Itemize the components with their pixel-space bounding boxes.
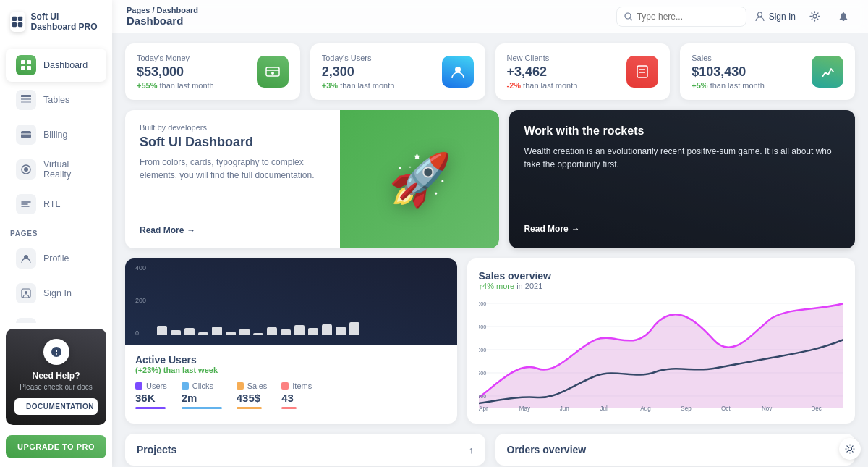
sidebar-item-billing[interactable]: Billing [6,118,106,151]
settings-button[interactable] [804,7,825,27]
metric-label: Items [281,382,312,390]
settings-gear-button[interactable] [839,438,861,460]
logo-icon [10,12,25,32]
bar [322,324,332,335]
projects-title: Projects [137,444,176,455]
metric-dot [182,382,189,390]
content-area: Today's Money $53,000 +55% than last mon… [112,33,868,467]
bar [308,328,318,335]
sidebar-item-signin[interactable]: Sign In [6,277,106,310]
billing-label: Billing [43,130,67,140]
bar-chart-area: 400 200 0 [125,258,457,345]
gear-icon [809,11,820,22]
stat-card-clients: New Clients +3,462 -2% than last month [495,43,671,100]
projects-sort-icon[interactable]: ↑ [469,445,474,455]
svg-rect-7 [27,66,31,70]
bar [267,327,277,335]
stat-value-money: $53,000 [137,64,214,80]
svg-text:Oct: Oct [721,405,731,412]
documentation-button[interactable]: DOCUMENTATION [14,398,98,415]
bar [349,322,359,335]
metric-label: Clicks [182,382,222,390]
sales-subtitle: ↑4% more in 2021 [479,282,843,290]
dashboard-label: Dashboard [43,60,88,70]
svg-text:200: 200 [479,370,486,376]
upgrade-button[interactable]: UPGRADE TO PRO [6,435,106,458]
tables-label: Tables [43,95,69,105]
svg-text:400: 400 [479,324,486,330]
svg-rect-1 [18,17,22,21]
svg-rect-5 [27,60,31,64]
notifications-button[interactable] [833,7,854,27]
sales-svg: Apr May Jun Jul Aug Sep Oct Nov Dec 500 … [479,296,843,412]
svg-text:Aug: Aug [640,405,651,412]
stat-change-sales: +5% than last month [692,81,765,90]
help-title: Need Help? [14,371,98,381]
signin-icon [16,283,36,303]
metric-value: 2m [182,392,222,404]
info-desc: From colors, cards, typography to comple… [140,156,328,182]
breadcrumb-current: Dashboard [157,6,198,14]
tables-icon [16,90,36,110]
svg-point-20 [757,12,762,17]
metric-value: 36K [135,392,167,404]
metric-item: Users 36K [135,382,167,409]
vr-label: Virtual Reality [43,159,96,180]
stat-change-clients: -2% than last month [507,81,578,90]
sales-chart-area: Apr May Jun Jul Aug Sep Oct Nov Dec 500 … [479,296,843,412]
metric-bar [237,407,262,409]
stat-change-money: +55% than last month [137,81,214,90]
gear-icon-small [845,444,855,454]
stats-row: Today's Money $53,000 +55% than last mon… [125,43,855,100]
sidebar-item-rtl[interactable]: RTL [6,188,106,221]
svg-rect-25 [637,66,647,77]
svg-text:Apr: Apr [479,405,488,412]
dark-read-more-button[interactable]: Read More → [524,224,841,234]
bar [281,329,291,335]
sidebar-item-dashboard[interactable]: Dashboard [6,49,106,82]
sidebar-item-vr[interactable]: Virtual Reality [6,153,106,186]
bar [184,328,195,335]
app-logo: Soft UI Dashboard PRO [0,0,112,41]
search-icon [624,12,633,21]
search-input[interactable] [637,12,731,22]
sidebar-item-profile[interactable]: Profile [6,242,106,275]
metric-label: Sales [237,382,268,390]
projects-card: Projects ↑ [125,434,485,466]
bar [226,332,236,336]
help-section: Need Help? Please check our docs DOCUMEN… [6,329,106,425]
signin-action[interactable]: Sign In [755,12,796,22]
profile-label: Profile [43,253,69,264]
stat-label-sales: Sales [692,54,765,62]
stat-label-users: Today's Users [322,54,395,62]
stat-value-clients: +3,462 [507,64,578,80]
breadcrumb: Pages / Dashboard [127,6,198,14]
info-card: Built by developers Soft UI Dashboard Fr… [125,110,499,248]
metric-dot [281,382,289,390]
bar [336,327,346,335]
sales-overview-card: Sales overview ↑4% more in 2021 [467,258,855,424]
rtl-icon [16,194,36,214]
signin-label: Sign In [769,12,796,22]
sidebar-item-tables[interactable]: Tables [6,83,106,117]
search-box[interactable] [616,7,746,27]
active-users-card: 400 200 0 Active Users (+23%) than last … [125,258,457,424]
metric-bar [182,407,222,409]
sales-title: Sales overview [479,270,843,282]
bottom-row: 400 200 0 Active Users (+23%) than last … [125,258,855,424]
y-label-400: 400 [135,264,146,272]
metric-dot [135,382,142,390]
sidebar-nav: Dashboard Tables Billing Virtual Reality… [0,41,112,323]
orders-card: Orders overview [495,434,856,466]
chart-subtitle: (+23%) than last week [135,366,447,374]
svg-point-23 [271,72,274,75]
dark-promo-card: Work with the rockets Wealth creation is… [509,110,855,248]
bell-icon [838,12,848,22]
metric-item: Sales 435$ [237,382,268,409]
stat-icon-users [442,56,474,88]
stat-icon-money [257,56,289,88]
billing-icon [16,125,36,145]
sidebar-item-signup[interactable]: Sign Up [6,311,106,323]
stat-change-users: +3% than last month [322,81,395,90]
svg-text:May: May [519,405,530,412]
